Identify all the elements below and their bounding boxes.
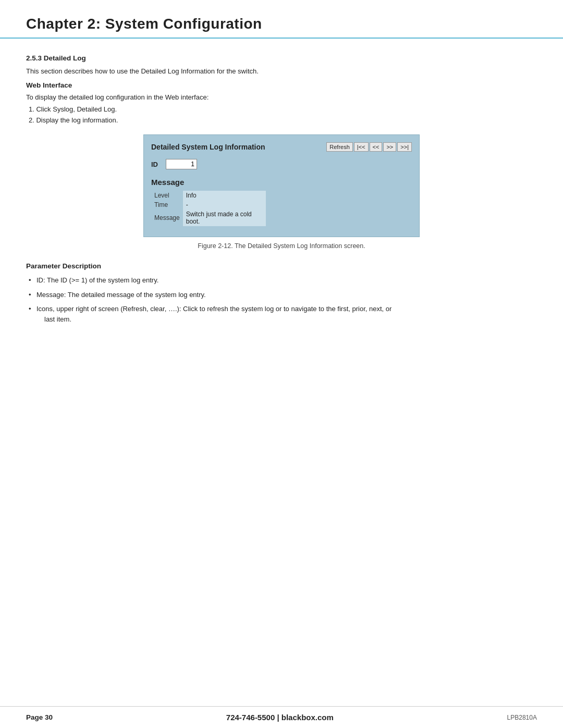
step-2: 2. Display the log information.	[26, 116, 537, 124]
message-label: Message	[151, 209, 183, 226]
web-interface-label: Web Interface	[26, 81, 537, 89]
table-row: Time -	[151, 200, 266, 209]
list-item-continuation: last item.	[36, 314, 537, 325]
level-value: Info	[183, 191, 266, 200]
prev-button[interactable]: <<	[370, 142, 383, 152]
id-input[interactable]	[166, 159, 197, 169]
next-button[interactable]: >>	[383, 142, 396, 152]
time-label: Time	[151, 200, 183, 209]
table-row: Message Switch just made a cold boot.	[151, 209, 266, 226]
nav-buttons-group: Refresh |<< << >> >>|	[326, 142, 412, 152]
message-section-title: Message	[151, 178, 412, 187]
chapter-header: Chapter 2: System Configuration	[0, 0, 563, 39]
table-row: Level Info	[151, 191, 266, 200]
parameter-list: ID: The ID (>= 1) of the system log entr…	[26, 275, 537, 324]
list-item: Message: The detailed message of the sys…	[29, 290, 537, 300]
refresh-button[interactable]: Refresh	[326, 142, 353, 152]
param-title: Parameter Description	[26, 262, 537, 270]
list-item: Icons, upper right of screen (Refresh, c…	[29, 304, 537, 324]
instructions-text: To display the detailed log configuratio…	[26, 93, 537, 101]
message-value: Switch just made a cold boot.	[183, 209, 266, 226]
footer-page: Page 30	[26, 713, 53, 721]
screenshot-container: Detailed System Log Information Refresh …	[26, 134, 537, 237]
screenshot-title: Detailed System Log Information	[151, 143, 265, 151]
list-item: ID: The ID (>= 1) of the system log entr…	[29, 275, 537, 286]
step-1: 1. Click Syslog, Detailed Log.	[26, 105, 537, 113]
time-value: -	[183, 200, 266, 209]
section-number-title: 2.5.3 Detailed Log	[26, 54, 537, 62]
message-table: Level Info Time - Message Switch just ma…	[151, 191, 266, 226]
figure-caption: Figure 2-12. The Detailed System Log Inf…	[26, 242, 537, 250]
chapter-title: Chapter 2: System Configuration	[26, 16, 537, 32]
id-label: ID	[151, 161, 162, 168]
section-description: This section describes how to use the De…	[26, 67, 537, 75]
footer-phone: 724-746-5500 | blackbox.com	[226, 713, 334, 722]
footer: Page 30 724-746-5500 | blackbox.com LPB2…	[0, 706, 563, 728]
level-label: Level	[151, 191, 183, 200]
message-section: Message Level Info Time - Message	[151, 178, 412, 226]
screenshot-header: Detailed System Log Information Refresh …	[151, 142, 412, 152]
last-button[interactable]: >>|	[397, 142, 412, 152]
footer-model: LPB2810A	[507, 714, 537, 721]
main-content: 2.5.3 Detailed Log This section describe…	[0, 54, 563, 324]
first-button[interactable]: |<<	[354, 142, 369, 152]
screenshot-box: Detailed System Log Information Refresh …	[143, 134, 420, 237]
id-row: ID	[151, 157, 412, 171]
